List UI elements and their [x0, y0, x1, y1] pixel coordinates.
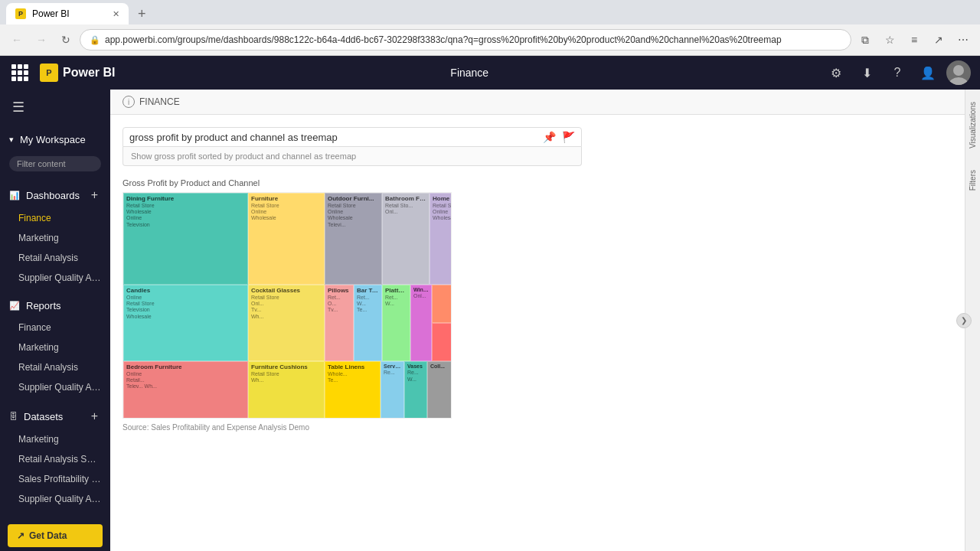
- cell-label: Dining Furniture: [126, 195, 245, 203]
- treemap-cell-small1: [432, 285, 452, 323]
- treemap-cell-furniture-cushions: Furniture Cushions Retail Store Wh...: [248, 361, 325, 419]
- browser-chrome: P Power BI ✕ + ← → ↻ 🔒 app.powerbi.com/g…: [0, 0, 980, 56]
- tab-close-button[interactable]: ✕: [113, 9, 119, 19]
- right-panel: ❯ Visualizations Filters: [965, 90, 980, 551]
- sidebar-item-report-marketing[interactable]: Marketing: [0, 337, 110, 357]
- treemap-chart: Dining Furniture Retail Store Wholesale …: [122, 192, 452, 419]
- url-text: app.powerbi.com/groups/me/dashboards/988…: [105, 34, 782, 45]
- sidebar-item-dashboard-finance[interactable]: Finance: [0, 208, 110, 228]
- sidebar-item-dashboard-supplier[interactable]: Supplier Quality Analysis: [0, 268, 110, 288]
- qa-container: 📌 🚩 Show gross profit sorted by product …: [122, 127, 582, 166]
- add-dataset-button[interactable]: +: [88, 409, 101, 423]
- reports-header[interactable]: 📈 Reports: [0, 294, 110, 318]
- nav-actions: ⧉ ☆ ≡ ↗ ⋯: [854, 29, 974, 51]
- qa-input-row: 📌 🚩: [122, 127, 582, 147]
- sidebar-item-report-finance[interactable]: Finance: [0, 318, 110, 337]
- browser-tabs: P Power BI ✕ +: [0, 0, 980, 24]
- dashboards-header[interactable]: 📊 Dashboards +: [0, 182, 110, 208]
- treemap-cell-cocktail-glasses: Cocktail Glasses Retail Store Onl... Tv.…: [248, 285, 325, 361]
- sidebar-bottom: ↗ Get Data: [0, 512, 110, 551]
- content-area: i FINANCE 📌 🚩 Show gross profit sorted b…: [110, 90, 965, 551]
- help-button[interactable]: ?: [885, 60, 910, 85]
- treemap-cell-outdoor-furniture: Outdoor Furni... Retail Store Online Who…: [325, 193, 382, 285]
- chart-source: Source: Sales Profitability and Expense …: [122, 423, 952, 432]
- chart-title: Gross Profit by Product and Channel: [122, 178, 952, 187]
- filters-tab[interactable]: Filters: [969, 164, 977, 197]
- flag-icon[interactable]: 🚩: [562, 131, 575, 143]
- workspace-header[interactable]: ▾ My Workspace: [0, 128, 110, 152]
- sidebar-item-dashboard-retail[interactable]: Retail Analysis: [0, 248, 110, 268]
- treemap-cell-furniture: Furniture Retail Store Online Wholesale: [248, 193, 325, 285]
- collections-button[interactable]: ≡: [903, 29, 925, 51]
- treemap-cell-dining-furniture: Dining Furniture Retail Store Wholesale …: [123, 193, 248, 285]
- sidebar-item-dataset-marketing[interactable]: Marketing: [0, 429, 110, 449]
- sidebar-item-dashboard-marketing[interactable]: Marketing: [0, 228, 110, 248]
- treemap-cell-bar-tools: Bar Tools Ret... W... Te...: [354, 285, 382, 361]
- pin-icon[interactable]: 📌: [543, 131, 556, 143]
- main-layout: ☰ ▾ My Workspace 📊 Dashboards + Finance: [0, 90, 980, 551]
- extensions-button[interactable]: ⧉: [854, 29, 876, 51]
- browser-tab-active[interactable]: P Power BI ✕: [6, 3, 129, 24]
- forward-button[interactable]: →: [31, 29, 52, 51]
- tab-favicon: P: [15, 8, 26, 19]
- svg-point-0: [953, 65, 964, 76]
- datasets-header[interactable]: 🗄 Datasets +: [0, 403, 110, 429]
- add-dashboard-button[interactable]: +: [88, 188, 101, 202]
- content-body: 📌 🚩 Show gross profit sorted by product …: [110, 115, 965, 551]
- datasets-section: 🗄 Datasets + Marketing Retail Analysis S…: [0, 400, 110, 512]
- avatar[interactable]: [946, 60, 971, 85]
- account-button[interactable]: 👤: [916, 60, 940, 85]
- content-header: i FINANCE: [110, 90, 965, 115]
- sidebar-item-dataset-retail[interactable]: Retail Analysis Sample: [0, 449, 110, 469]
- treemap-cell-platters: Platters Ret... W...: [382, 285, 410, 361]
- reports-label: Reports: [26, 300, 61, 311]
- visualizations-tab[interactable]: Visualizations: [969, 96, 977, 155]
- new-tab-button[interactable]: +: [129, 3, 155, 24]
- download-button[interactable]: ⬇: [854, 60, 879, 85]
- share-button[interactable]: ↗: [928, 29, 949, 51]
- treemap-cell-table-linens: Table Linens Whole... Te...: [325, 361, 381, 419]
- address-bar[interactable]: 🔒 app.powerbi.com/groups/me/dashboards/9…: [80, 29, 851, 51]
- treemap-cell-small2: [432, 323, 452, 361]
- treemap-cell-coll: Coll...: [427, 361, 452, 419]
- lock-icon: 🔒: [90, 35, 100, 45]
- right-panel-collapse-button[interactable]: ❯: [956, 313, 972, 328]
- app-logo-icon: P: [40, 64, 58, 82]
- top-bar: P Power BI Finance ⚙ ⬇ ? 👤: [0, 56, 980, 90]
- top-bar-actions: ⚙ ⬇ ? 👤: [824, 60, 971, 85]
- treemap-cell-bedroom-furniture: Bedroom Furniture Online Retail... Telev…: [123, 361, 248, 419]
- sidebar-item-report-supplier[interactable]: Supplier Quality Analysis: [0, 377, 110, 397]
- treemap-cell-wine: Wine... Onl...: [410, 285, 432, 361]
- get-data-button[interactable]: ↗ Get Data: [8, 524, 103, 547]
- datasets-label: Datasets: [24, 411, 63, 422]
- settings-button[interactable]: ⚙: [824, 60, 848, 85]
- tab-title: Power BI: [32, 8, 70, 19]
- app-logo[interactable]: P Power BI: [40, 64, 115, 82]
- treemap-cell-bathroom-furniture: Bathroom Furni... Retail Sto... Onl...: [382, 193, 430, 285]
- sidebar-item-report-retail[interactable]: Retail Analysis: [0, 357, 110, 377]
- qa-input[interactable]: [129, 132, 537, 143]
- sidebar-menu-button[interactable]: ☰: [0, 90, 110, 125]
- svg-point-1: [949, 77, 969, 85]
- waffle-menu-button[interactable]: [9, 62, 31, 83]
- sidebar-item-dataset-supplier[interactable]: Supplier Quality Analysis...: [0, 489, 110, 509]
- treemap-cell-serve: Serve... Re...: [381, 361, 404, 419]
- qa-suggestion: Show gross profit sorted by product and …: [122, 147, 582, 166]
- sidebar: ☰ ▾ My Workspace 📊 Dashboards + Finance: [0, 90, 110, 551]
- treemap-cell-candles: Candles Online Retail Store Television W…: [123, 285, 248, 361]
- dashboards-section: 📊 Dashboards + Finance Marketing Retail …: [0, 179, 110, 291]
- reports-section: 📈 Reports Finance Marketing Retail Analy…: [0, 291, 110, 400]
- browser-nav: ← → ↻ 🔒 app.powerbi.com/groups/me/dashbo…: [0, 24, 980, 55]
- app: P Power BI Finance ⚙ ⬇ ? 👤 ☰ ▾ My: [0, 56, 980, 551]
- treemap-cell-vases: Vases Re... W...: [404, 361, 427, 419]
- treemap-cell-pillows: Pillows Ret... O... Tv...: [325, 285, 354, 361]
- top-bar-title: Finance: [124, 67, 815, 79]
- more-button[interactable]: ⋯: [952, 29, 974, 51]
- back-button[interactable]: ←: [6, 29, 28, 51]
- favorites-button[interactable]: ☆: [879, 29, 900, 51]
- filter-input[interactable]: [9, 156, 101, 171]
- dashboards-label: Dashboards: [26, 190, 80, 201]
- workspace-section: ▾ My Workspace: [0, 125, 110, 179]
- refresh-button[interactable]: ↻: [55, 29, 77, 51]
- sidebar-item-dataset-sales[interactable]: Sales Profitability and Ex...: [0, 469, 110, 489]
